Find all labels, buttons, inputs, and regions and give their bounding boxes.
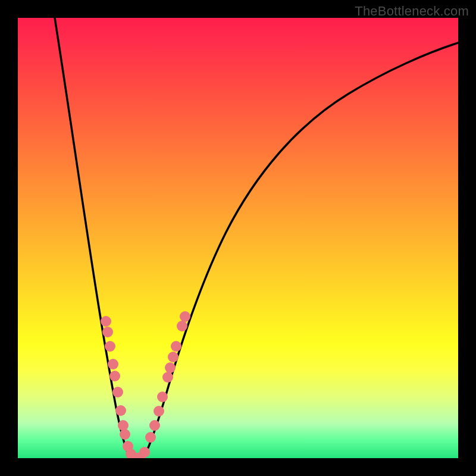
curve-marker <box>149 420 160 431</box>
curve-marker <box>120 429 130 440</box>
bottleneck-curve-svg <box>18 18 458 458</box>
curve-marker <box>115 405 126 416</box>
curve-marker <box>112 387 123 397</box>
curve-marker <box>165 362 176 373</box>
watermark-text: TheBottleneck.com <box>355 4 469 19</box>
curve-marker <box>102 327 113 337</box>
curve-marker <box>118 420 129 431</box>
curve-marker <box>171 341 181 352</box>
curve-marker <box>105 341 115 352</box>
curve-marker <box>157 392 168 402</box>
curve-marker <box>108 359 118 369</box>
curve-markers-group <box>101 311 190 458</box>
curve-marker <box>101 316 111 327</box>
curve-marker <box>145 432 156 443</box>
curve-marker <box>139 447 150 458</box>
curve-marker <box>154 406 164 416</box>
curve-marker <box>180 311 190 322</box>
curve-marker <box>162 372 173 383</box>
curve-marker <box>168 352 178 362</box>
curve-marker <box>177 321 187 331</box>
chart-frame: TheBottleneck.com <box>0 0 476 476</box>
curve-marker <box>109 371 120 381</box>
plot-area <box>18 18 458 458</box>
